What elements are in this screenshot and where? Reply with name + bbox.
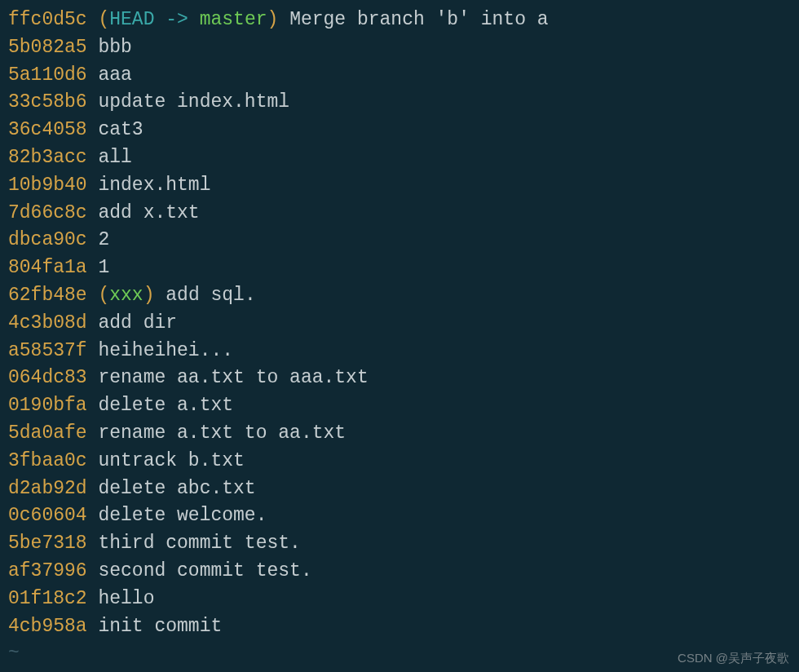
commit-line: 82b3acc all (8, 144, 791, 172)
commit-message: heiheihei... (98, 340, 233, 361)
commit-message: add sql. (166, 285, 255, 306)
commit-hash: d2ab92d (8, 478, 87, 499)
commit-hash: a58537f (8, 340, 87, 361)
ref-branch: master (200, 9, 267, 30)
commit-message: second commit test. (98, 560, 311, 581)
ref-paren-close: ) (143, 285, 155, 306)
commit-hash: ffc0d5c (8, 9, 87, 30)
commit-line: 5b082a5 bbb (8, 34, 791, 62)
git-log-output: ffc0d5c (HEAD -> master) Merge branch 'b… (8, 7, 791, 668)
commit-message: bbb (98, 37, 131, 58)
commit-line: d2ab92d delete abc.txt (8, 475, 791, 503)
commit-line: 804fa1a 1 (8, 254, 791, 282)
commit-hash: 5be7318 (8, 533, 87, 554)
commit-hash: 62fb48e (8, 285, 87, 306)
commit-message: aaa (98, 64, 131, 86)
commit-line: 0c60604 delete welcome. (8, 502, 791, 530)
commit-hash: 064dc83 (8, 367, 87, 388)
ref-paren-close: ) (267, 9, 279, 30)
commit-message: delete abc.txt (98, 478, 255, 499)
commit-line: 5da0afe rename a.txt to aa.txt (8, 420, 791, 448)
ref-paren-open: ( (98, 285, 109, 306)
commit-message: 2 (98, 229, 109, 250)
commit-message: all (98, 147, 131, 168)
commit-hash: 5da0afe (8, 422, 87, 444)
commit-line: dbca90c 2 (8, 227, 791, 254)
commit-line: 0190bfa delete a.txt (8, 392, 791, 420)
commit-hash: 5b082a5 (8, 37, 87, 58)
commit-hash: 4cb958a (8, 616, 87, 637)
commit-hash: dbca90c (8, 229, 87, 250)
commit-hash: 01f18c2 (8, 588, 87, 609)
commit-hash: 3fbaa0c (8, 450, 87, 471)
commit-message: add x.txt (98, 202, 199, 223)
commit-line: 3fbaa0c untrack b.txt (8, 448, 791, 475)
commit-line: 064dc83 rename aa.txt to aaa.txt (8, 365, 791, 392)
commit-message: delete a.txt (98, 395, 233, 416)
commit-hash: 5a110d6 (8, 64, 87, 86)
commit-line: 5a110d6 aaa (8, 62, 791, 90)
commit-line: a58537f heiheihei... (8, 338, 791, 365)
commit-message: index.html (98, 175, 210, 196)
commit-hash: 33c58b6 (8, 91, 87, 113)
ref-branch: xxx (109, 285, 143, 306)
commit-hash: 82b3acc (8, 147, 87, 168)
commit-line: 36c4058 cat3 (8, 117, 791, 144)
vim-tilde-line: ~ (8, 640, 791, 668)
commit-message: untrack b.txt (98, 450, 244, 471)
commit-line: 33c58b6 update index.html (8, 89, 791, 117)
ref-head: HEAD -> (109, 9, 199, 30)
commit-line: 4cb958a init commit (8, 613, 791, 641)
ref-paren-open: ( (98, 9, 109, 30)
commit-hash: 0190bfa (8, 395, 87, 416)
commit-message: rename aa.txt to aaa.txt (98, 367, 368, 388)
commit-line: ffc0d5c (HEAD -> master) Merge branch 'b… (8, 7, 791, 34)
commit-line: 4c3b08d add dir (8, 310, 791, 338)
commit-hash: 804fa1a (8, 257, 87, 278)
commit-hash: 4c3b08d (8, 312, 87, 334)
commit-line: 10b9b40 index.html (8, 172, 791, 200)
commit-message: delete welcome. (98, 505, 267, 526)
commit-hash: 36c4058 (8, 119, 87, 140)
watermark-text: CSDN @吴声子夜歌 (678, 649, 789, 667)
commit-line: 62fb48e (xxx) add sql. (8, 282, 791, 310)
tilde-marker: ~ (8, 643, 20, 664)
commit-hash: 10b9b40 (8, 175, 87, 196)
commit-message: cat3 (98, 119, 143, 140)
commit-hash: 7d66c8c (8, 202, 87, 223)
commit-message: Merge branch 'b' into a (289, 9, 548, 30)
commit-line: 5be7318 third commit test. (8, 530, 791, 558)
commit-message: 1 (98, 257, 109, 278)
commit-message: init commit (98, 616, 222, 637)
commit-line: 7d66c8c add x.txt (8, 200, 791, 228)
commit-message: third commit test. (98, 533, 300, 554)
commit-line: 01f18c2 hello (8, 586, 791, 613)
commit-hash: af37996 (8, 560, 87, 581)
commit-message: add dir (98, 312, 177, 334)
commit-line: af37996 second commit test. (8, 558, 791, 586)
commit-hash: 0c60604 (8, 505, 87, 526)
commit-message: update index.html (98, 91, 289, 113)
commit-message: rename a.txt to aa.txt (98, 422, 346, 444)
commit-message: hello (98, 588, 154, 609)
